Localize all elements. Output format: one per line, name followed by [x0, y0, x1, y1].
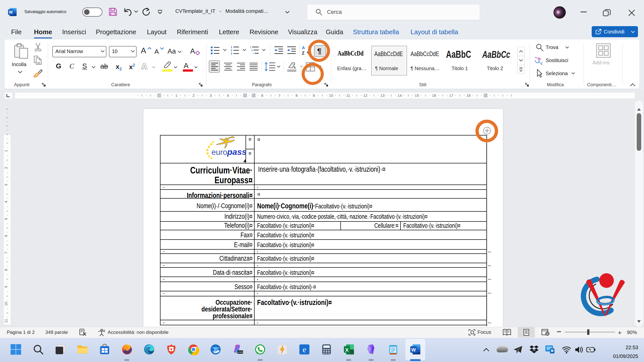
svg-text:a: a [251, 49, 253, 52]
svg-text:4: 4 [4, 201, 8, 203]
svg-text:b: b [538, 57, 541, 61]
svg-text:1: 1 [4, 150, 8, 152]
svg-text:W: W [9, 10, 13, 14]
svg-text:A: A [302, 46, 305, 50]
svg-text:M365: M365 [237, 351, 243, 353]
svg-text:2: 2 [231, 49, 232, 52]
svg-text:7: 7 [278, 93, 280, 98]
svg-text:euro: euro [212, 148, 227, 157]
svg-text:8: 8 [4, 269, 8, 271]
svg-text:3: 3 [4, 184, 8, 186]
svg-text:2: 2 [192, 93, 194, 98]
svg-text:9: 9 [4, 286, 8, 288]
svg-text:Z: Z [302, 51, 304, 55]
svg-text:7: 7 [4, 252, 8, 254]
svg-text:11: 11 [4, 319, 8, 323]
svg-text:2: 2 [4, 167, 8, 169]
svg-text:16: 16 [432, 93, 436, 98]
svg-text:10: 10 [4, 302, 8, 306]
svg-text:1: 1 [231, 46, 232, 49]
svg-text:9: 9 [313, 93, 315, 98]
svg-text:6: 6 [261, 93, 263, 98]
svg-text:12: 12 [363, 93, 368, 98]
svg-text:10: 10 [329, 93, 333, 98]
svg-text:X: X [345, 347, 349, 353]
svg-text:e: e [303, 345, 306, 354]
svg-text:3: 3 [210, 93, 212, 98]
svg-text:17: 17 [449, 93, 453, 98]
svg-text:13: 13 [380, 93, 385, 98]
svg-text:1: 1 [250, 46, 251, 49]
svg-text:6: 6 [4, 235, 8, 237]
svg-text:i: i [253, 52, 253, 55]
svg-text:14: 14 [398, 93, 402, 98]
svg-text:pass: pass [227, 147, 247, 157]
svg-text:15: 15 [415, 93, 419, 98]
svg-text:c: c [540, 61, 543, 65]
svg-text:1: 1 [175, 93, 177, 98]
svg-text:18: 18 [466, 93, 471, 98]
svg-text:5: 5 [4, 218, 8, 220]
svg-text:4: 4 [227, 93, 229, 98]
svg-text:W: W [411, 347, 416, 352]
svg-text:3: 3 [231, 52, 232, 55]
svg-text:?: ? [103, 329, 105, 333]
svg-text:8: 8 [296, 93, 298, 98]
svg-text:11: 11 [346, 93, 350, 98]
